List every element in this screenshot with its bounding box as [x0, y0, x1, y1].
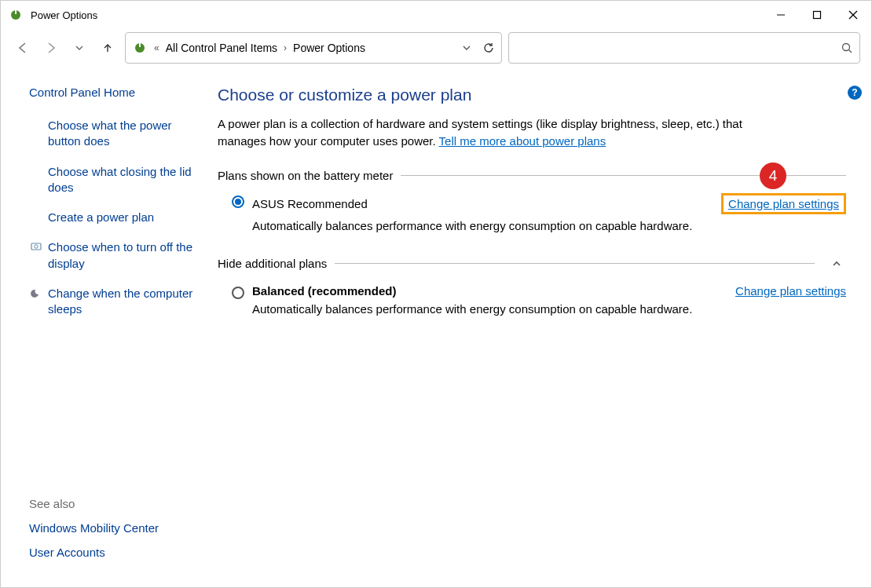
sidebar-link-sleep[interactable]: Change when the computer sleeps: [29, 286, 194, 318]
annotation-bubble: 4: [760, 163, 786, 189]
svg-rect-10: [31, 243, 41, 250]
forward-button[interactable]: [40, 37, 62, 59]
search-icon: [841, 42, 853, 54]
sidebar-link-create-plan[interactable]: Create a power plan: [29, 210, 194, 225]
plan-radio[interactable]: [232, 195, 244, 208]
refresh-button[interactable]: [482, 42, 495, 54]
see-also-mobility-center[interactable]: Windows Mobility Center: [29, 521, 194, 535]
change-plan-settings-link[interactable]: Change plan settings: [728, 197, 839, 210]
back-button[interactable]: [12, 37, 34, 59]
window-controls: [763, 1, 871, 29]
location-icon: [132, 42, 148, 54]
plan-name[interactable]: ASUS Recommended: [252, 197, 368, 210]
svg-rect-7: [139, 43, 141, 47]
collapse-icon[interactable]: [827, 254, 846, 273]
window-title: Power Options: [31, 9, 97, 21]
plans-shown-heading: Plans shown on the battery meter: [218, 169, 846, 182]
see-also: See also Windows Mobility Center User Ac…: [29, 497, 194, 573]
main-content: Choose or customize a power plan A power…: [205, 81, 852, 573]
display-clock-icon: [29, 239, 43, 272]
annotation-highlight: Change plan settings: [721, 193, 846, 214]
sidebar-link-label[interactable]: Create a power plan: [48, 210, 154, 225]
titlebar: Power Options: [1, 1, 871, 29]
sidebar-link-display-off[interactable]: Choose when to turn off the display: [29, 239, 194, 272]
moon-icon: [29, 286, 43, 318]
see-also-user-accounts[interactable]: User Accounts: [29, 546, 194, 559]
svg-line-9: [849, 50, 852, 53]
sidebar-link-label[interactable]: Change when the computer sleeps: [48, 286, 194, 318]
svg-rect-3: [814, 12, 821, 19]
plan-balanced: Balanced (recommended) Change plan setti…: [218, 284, 846, 316]
divider: [335, 263, 815, 264]
app-icon: [9, 8, 23, 22]
address-dropdown-icon[interactable]: [462, 43, 471, 53]
plan-description: Automatically balances performance with …: [252, 302, 846, 316]
sidebar-link-label[interactable]: Choose what the power button does: [48, 118, 194, 150]
recent-dropdown[interactable]: [68, 37, 90, 59]
sidebar-link-label[interactable]: Choose what closing the lid does: [48, 164, 194, 196]
svg-point-11: [35, 245, 38, 248]
change-plan-settings-link[interactable]: Change plan settings: [735, 284, 846, 298]
breadcrumb-separator-icon: ›: [282, 42, 288, 53]
close-button[interactable]: [835, 1, 871, 29]
sidebar-link-label[interactable]: Choose when to turn off the display: [48, 239, 194, 272]
plan-radio[interactable]: [232, 287, 244, 299]
minimize-button[interactable]: [763, 1, 799, 29]
page-title: Choose or customize a power plan: [218, 86, 846, 104]
svg-rect-1: [15, 10, 16, 14]
sidebar: Control Panel Home Choose what the power…: [10, 81, 205, 573]
breadcrumb-current[interactable]: Power Options: [293, 42, 365, 54]
toolbar: « All Control Panel Items › Power Option…: [1, 29, 871, 73]
plan-name[interactable]: Balanced (recommended): [252, 284, 396, 298]
maximize-button[interactable]: [799, 1, 835, 29]
page-description: A power plan is a collection of hardware…: [218, 115, 783, 150]
plan-description: Automatically balances performance with …: [252, 219, 846, 232]
see-also-heading: See also: [29, 497, 194, 510]
control-panel-home-link[interactable]: Control Panel Home: [29, 86, 194, 99]
learn-more-link[interactable]: Tell me more about power plans: [439, 134, 606, 148]
breadcrumb-parent[interactable]: All Control Panel Items: [166, 42, 277, 54]
svg-point-8: [843, 44, 850, 51]
sidebar-link-power-button[interactable]: Choose what the power button does: [29, 118, 194, 150]
help-icon[interactable]: ?: [848, 86, 862, 100]
address-bar[interactable]: « All Control Panel Items › Power Option…: [125, 32, 502, 64]
hide-additional-heading[interactable]: Hide additional plans: [218, 254, 846, 273]
breadcrumb-overflow-icon[interactable]: «: [152, 42, 161, 53]
plan-asus-recommended: ASUS Recommended Change plan settings Au…: [218, 193, 846, 232]
search-box[interactable]: [508, 32, 860, 64]
sidebar-link-closing-lid[interactable]: Choose what closing the lid does: [29, 164, 194, 196]
up-button[interactable]: [97, 37, 119, 59]
